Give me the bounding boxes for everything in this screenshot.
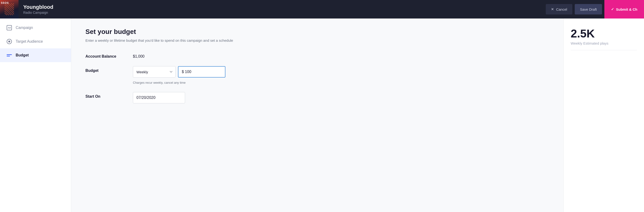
header-brand: 5SOS Youngblood Radio Campaign — [0, 0, 71, 18]
header-actions: ✕ Cancel Save Draft ✓ Submit & Ch — [546, 0, 644, 18]
start-on-input[interactable] — [133, 92, 185, 103]
sidebar: Ad Campaign Target Audience Budget — [0, 18, 71, 212]
header-thumbnail: 5SOS — [0, 0, 18, 18]
page-title: Set your budget — [86, 28, 549, 35]
budget-icon — [7, 53, 12, 58]
budget-row: Budget Weekly Lifetime Charges recur wee… — [86, 66, 549, 84]
header-subtitle: Radio Campaign — [23, 11, 54, 14]
right-panel: 2.5K Weekly Estimated plays — [563, 18, 644, 212]
sidebar-item-campaign[interactable]: Ad Campaign — [0, 21, 71, 35]
main-layout: Ad Campaign Target Audience Budget Set y… — [0, 18, 644, 212]
account-balance-row: Account Balance $1,000 — [86, 52, 549, 59]
save-draft-button[interactable]: Save Draft — [575, 4, 602, 14]
account-balance-label: Account Balance — [86, 52, 133, 59]
sidebar-item-campaign-label: Campaign — [16, 26, 33, 30]
stat-divider — [571, 50, 637, 50]
page-description: Enter a weekly or lifetime budget that y… — [86, 38, 549, 42]
main-content: Set your budget Enter a weekly or lifeti… — [71, 18, 563, 212]
header-info: Youngblood Radio Campaign — [18, 4, 58, 14]
budget-hint: Charges recur weekly, cancel any time — [133, 81, 226, 84]
submit-check-icon: ✓ — [611, 7, 614, 11]
cancel-label: Cancel — [556, 7, 567, 11]
budget-controls: Weekly Lifetime Charges recur weekly, ca… — [133, 66, 226, 84]
sidebar-item-budget[interactable]: Budget — [0, 48, 71, 62]
sidebar-item-target-audience-label: Target Audience — [16, 39, 43, 44]
header: 5SOS Youngblood Radio Campaign ✕ Cancel … — [0, 0, 644, 18]
start-on-label: Start On — [86, 92, 133, 99]
cancel-button[interactable]: ✕ Cancel — [546, 4, 572, 14]
submit-label: Submit & Ch — [616, 7, 637, 11]
start-on-row: Start On — [86, 92, 549, 103]
target-icon — [7, 39, 12, 44]
budget-amount-input[interactable] — [178, 66, 226, 78]
budget-type-select[interactable]: Weekly Lifetime — [133, 66, 176, 78]
budget-inputs-row: Weekly Lifetime — [133, 66, 226, 78]
budget-label: Budget — [86, 66, 133, 73]
cancel-x-icon: ✕ — [551, 7, 554, 11]
sidebar-item-budget-label: Budget — [16, 53, 29, 57]
header-title: Youngblood — [23, 4, 54, 10]
weekly-plays-value: 2.5K — [571, 28, 637, 39]
submit-button[interactable]: ✓ Submit & Ch — [604, 0, 644, 18]
header-thumbnail-label: 5SOS — [1, 1, 9, 4]
ad-icon: Ad — [7, 25, 12, 30]
account-balance-value: $1,000 — [133, 52, 144, 59]
sidebar-item-target-audience[interactable]: Target Audience — [0, 35, 71, 48]
start-on-controls — [133, 92, 185, 103]
weekly-plays-label: Weekly Estimated plays — [571, 41, 637, 45]
